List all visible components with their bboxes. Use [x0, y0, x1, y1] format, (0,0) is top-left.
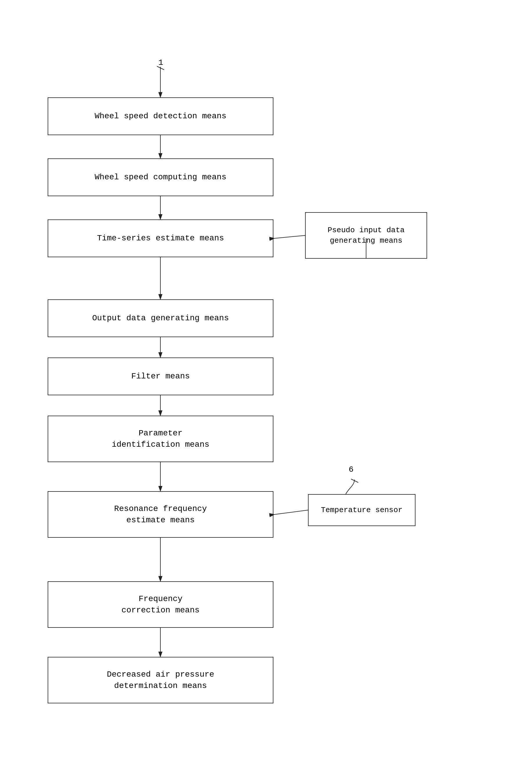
wheel-speed-detection-label: Wheel speed detection means	[95, 111, 227, 122]
decreased-air-pressure-box: Decreased air pressure determination mea…	[48, 657, 273, 703]
wheel-speed-computing-box: Wheel speed computing means	[48, 158, 273, 196]
output-data-generating-box: Output data generating means	[48, 300, 273, 337]
frequency-correction-box: Frequency correction means	[48, 581, 273, 628]
resonance-frequency-label: Resonance frequency estimate means	[114, 503, 207, 526]
time-series-estimate-box: Time-series estimate means	[48, 219, 273, 257]
label-1: 1	[158, 58, 163, 67]
svg-line-5	[274, 236, 305, 238]
time-series-estimate-label: Time-series estimate means	[97, 232, 224, 244]
decreased-air-pressure-label: Decreased air pressure determination mea…	[107, 669, 214, 691]
pseudo-input-label: Pseudo input data generating means	[328, 225, 404, 246]
frequency-correction-label: Frequency correction means	[122, 593, 200, 616]
temperature-sensor-box: Temperature sensor	[308, 494, 415, 526]
parameter-identification-box: Parameter identification means	[48, 416, 273, 462]
diagram-container: 1 6 Wheel speed detection means Wheel sp…	[0, 0, 532, 783]
label-6: 6	[348, 465, 354, 474]
wheel-speed-detection-box: Wheel speed detection means	[48, 97, 273, 135]
pseudo-input-box: Pseudo input data generating means	[305, 212, 427, 259]
svg-line-11	[351, 479, 358, 482]
filter-means-label: Filter means	[131, 371, 190, 382]
svg-line-10	[274, 510, 308, 514]
filter-means-box: Filter means	[48, 357, 273, 395]
temperature-sensor-label: Temperature sensor	[321, 505, 403, 515]
output-data-generating-label: Output data generating means	[92, 312, 229, 324]
wheel-speed-computing-label: Wheel speed computing means	[95, 171, 227, 183]
parameter-identification-label: Parameter identification means	[111, 428, 209, 450]
resonance-frequency-box: Resonance frequency estimate means	[48, 491, 273, 538]
